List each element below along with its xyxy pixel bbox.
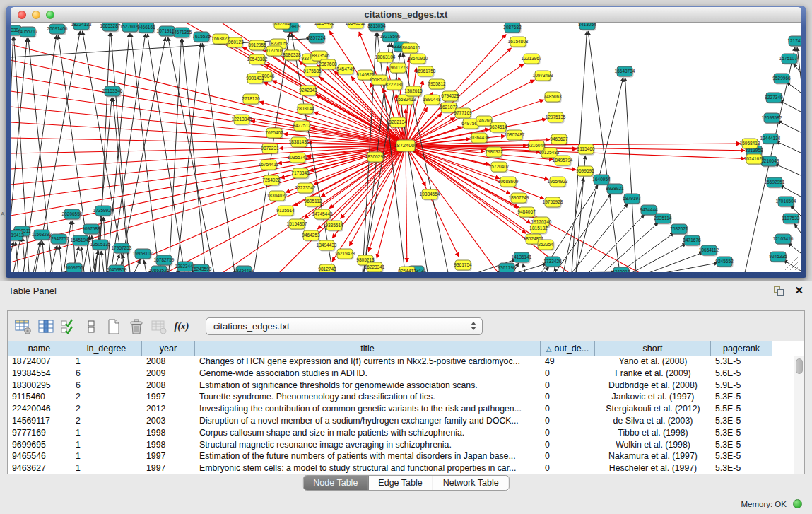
network-node[interactable]: 9484067 — [517, 207, 536, 218]
network-node[interactable]: 14136141 — [512, 252, 532, 264]
network-node[interactable]: 9245652 — [715, 257, 734, 268]
network-node[interactable]: 3624514 — [489, 122, 507, 134]
network-canvas[interactable]: 2003384114055717206914061822413310653287… — [11, 23, 801, 272]
column-header-out_de[interactable]: △out_de... — [541, 341, 595, 356]
network-node[interactable]: 16754413 — [259, 160, 279, 171]
network-node[interactable]: 12975135 — [546, 112, 566, 124]
network-node[interactable]: 8813054 — [367, 23, 386, 33]
network-node[interactable]: 7173349 — [291, 168, 310, 180]
network-node[interactable]: 16243593 — [192, 264, 212, 272]
table-row[interactable]: 2242004622012Investigating the contribut… — [8, 403, 804, 415]
network-node[interactable]: 1107533 — [782, 214, 800, 225]
network-node[interactable]: 18640910 — [408, 54, 428, 65]
network-node[interactable]: 7955812 — [428, 79, 446, 90]
network-node[interactable]: 10863522 — [149, 266, 170, 272]
network-node[interactable]: 16154808 — [508, 37, 529, 48]
create-table-icon[interactable] — [105, 318, 122, 335]
network-node[interactable]: 10973493 — [533, 71, 553, 82]
network-node[interactable]: 3202134 — [389, 117, 407, 129]
network-node[interactable]: 20691406 — [47, 24, 68, 35]
network-node[interactable]: 14055717 — [18, 27, 38, 38]
network-node[interactable]: 18300295 — [365, 152, 386, 163]
network-node[interactable]: 12093582 — [762, 113, 782, 124]
network-node[interactable]: 9097588 — [82, 224, 100, 235]
function-builder-icon[interactable]: f(x) — [173, 318, 190, 335]
network-node[interactable]: 18907249 — [509, 193, 529, 204]
network-node[interactable]: 1362615 — [404, 86, 423, 98]
network-node[interactable]: 19756928 — [543, 197, 563, 209]
network-node[interactable]: 15720407 — [489, 162, 510, 173]
network-node[interactable]: 9335514 — [325, 221, 343, 232]
network-node[interactable]: 15451945 — [71, 235, 91, 247]
network-view-window[interactable]: citations_edges.txt 20033841140557172069… — [6, 6, 806, 278]
network-node[interactable]: 2087682 — [503, 23, 522, 34]
network-node[interactable]: 12213343 — [232, 115, 252, 126]
network-node[interactable]: 7485063 — [543, 92, 562, 103]
network-node[interactable]: 18640410 — [400, 43, 420, 54]
network-node[interactable]: 19958107 — [133, 249, 153, 260]
network-hub-node[interactable]: 18724007 — [394, 140, 417, 153]
tab-node-table[interactable]: Node Table — [303, 476, 368, 490]
network-node[interactable]: 18304022 — [267, 191, 288, 202]
network-node[interactable]: 16782759 — [154, 255, 175, 267]
network-node[interactable]: 16961758 — [416, 66, 436, 78]
network-node[interactable]: 9245335 — [769, 252, 787, 263]
table-vertical-scrollbar[interactable] — [794, 356, 804, 474]
network-node[interactable]: 2718120 — [242, 94, 260, 105]
network-node[interactable]: 18863104 — [375, 52, 396, 64]
row-height-icon[interactable] — [83, 318, 100, 335]
network-node[interactable]: 9777169 — [454, 108, 472, 119]
network-node[interactable]: 6794028 — [441, 91, 459, 103]
table-row[interactable]: 1872400712008Changes of HCN gene express… — [8, 356, 804, 368]
network-node[interactable]: 14745443 — [312, 209, 333, 221]
table-row[interactable]: 1830029562008Estimation of significance … — [8, 380, 804, 392]
table-row[interactable]: 969969511998Structural magnetic resonanc… — [8, 439, 804, 451]
network-node[interactable]: 7986322 — [485, 147, 503, 158]
network-node[interactable]: 20206556 — [62, 209, 83, 221]
network-node[interactable]: 8413054 — [578, 23, 596, 31]
table-settings-icon[interactable] — [15, 318, 32, 335]
network-node[interactable]: 9361796 — [498, 263, 516, 272]
network-node[interactable]: 15154307 — [287, 219, 307, 230]
network-node[interactable]: 3919413 — [11, 230, 24, 242]
network-node[interactable]: 9466161 — [137, 23, 155, 34]
network-node[interactable]: 15958413 — [740, 139, 760, 150]
network-node[interactable]: 1990448 — [423, 95, 441, 106]
network-node[interactable]: 6216044 — [527, 141, 546, 152]
network-node[interactable]: 18354413 — [234, 266, 254, 272]
network-node[interactable]: 20364436 — [469, 133, 490, 144]
network-node[interactable]: 10543382 — [247, 54, 268, 66]
network-node[interactable]: 7254022 — [262, 175, 281, 187]
column-header-year[interactable]: year — [142, 341, 195, 356]
network-node[interactable]: 9529966 — [772, 74, 791, 85]
network-node[interactable]: 9605112 — [305, 197, 322, 208]
network-node[interactable]: 16219428 — [335, 249, 355, 260]
table-row[interactable]: 1938455462009Genome-wide association stu… — [8, 368, 804, 380]
network-node[interactable]: 8186328 — [283, 50, 301, 62]
network-node[interactable]: 18381431 — [289, 137, 310, 148]
table-row[interactable]: 977716911998Corpus callosum shape and si… — [8, 427, 804, 439]
network-node[interactable]: 7857224 — [307, 33, 326, 45]
network-node[interactable]: 13494433 — [317, 240, 337, 252]
network-node[interactable]: 9812743 — [318, 264, 336, 272]
network-node[interactable]: 17957253 — [112, 243, 132, 255]
network-node[interactable]: 252254 — [538, 240, 555, 251]
network-window-titlebar[interactable]: citations_edges.txt — [11, 7, 801, 23]
column-header-short[interactable]: short — [595, 341, 711, 356]
network-node[interactable]: 19654923 — [548, 177, 568, 188]
network-node[interactable]: 9463627 — [550, 134, 568, 146]
select-rows-icon[interactable] — [60, 318, 77, 335]
network-node[interactable]: 6879197 — [623, 194, 641, 205]
column-header-in_degree[interactable]: in_degree — [71, 341, 142, 356]
network-node[interactable]: 12942757 — [49, 234, 69, 245]
table-row[interactable]: 1456911722003Disruption of a novel membe… — [8, 415, 804, 427]
network-node[interactable]: 10688609 — [498, 177, 519, 188]
table-selector-dropdown[interactable]: citations_edges.txt — [206, 317, 483, 335]
network-node[interactable]: 19218596 — [380, 32, 401, 43]
network-node[interactable]: 16223341 — [365, 262, 385, 272]
network-node[interactable]: 8245012 — [612, 267, 630, 272]
network-node[interactable]: 18495794 — [553, 156, 573, 167]
scrollbar-thumb[interactable] — [796, 358, 803, 374]
network-node[interactable]: 12103416 — [773, 234, 794, 245]
network-node[interactable]: 9069255 — [65, 263, 83, 272]
